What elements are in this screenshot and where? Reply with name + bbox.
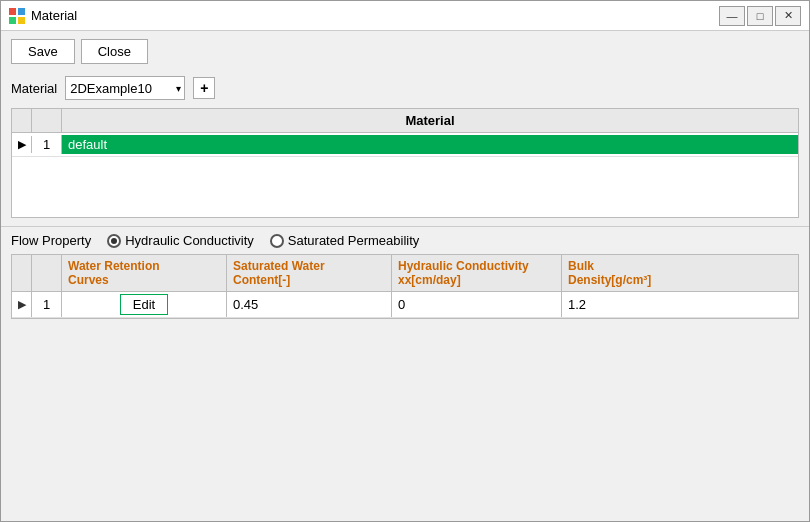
flow-row-num: 1 (32, 292, 62, 317)
svg-rect-0 (9, 8, 16, 15)
header-arrow-spacer (12, 109, 32, 132)
material-select-wrapper: 2DExample10 (65, 76, 185, 100)
flow-row-arrow: ▶ (12, 292, 32, 317)
row-id: 1 (32, 135, 62, 154)
close-window-button[interactable]: ✕ (775, 6, 801, 26)
minimize-button[interactable]: — (719, 6, 745, 26)
edit-wrc-button[interactable]: Edit (120, 294, 168, 315)
material-icon (9, 8, 25, 24)
fth-num-space (32, 255, 62, 291)
flow-property-label: Flow Property (11, 233, 91, 248)
save-button[interactable]: Save (11, 39, 75, 64)
radio-hydraulic-circle (107, 234, 121, 248)
title-bar: Material — □ ✕ (1, 1, 809, 31)
svg-rect-3 (18, 17, 25, 24)
flow-table-header: Water RetentionCurves Saturated WaterCon… (12, 255, 798, 292)
header-num-spacer (32, 109, 62, 132)
materials-table-header: Material (12, 109, 798, 133)
flow-col-header-bd: BulkDensity[g/cm³] (562, 255, 798, 291)
fth-arrow-space (12, 255, 32, 291)
flow-cell-hc: 0 (392, 292, 562, 317)
table-row[interactable]: ▶ 1 default (12, 133, 798, 157)
flow-property-radio-group: Hydraulic Conductivity Saturated Permeab… (107, 233, 419, 248)
radio-saturated-circle (270, 234, 284, 248)
material-selector-label: Material (11, 81, 57, 96)
main-window: Material — □ ✕ Save Close Material 2DExa… (0, 0, 810, 522)
flow-cell-wrc[interactable]: Edit (62, 292, 227, 317)
material-column-header: Material (62, 109, 798, 132)
materials-table: Material ▶ 1 default (11, 108, 799, 218)
maximize-button[interactable]: □ (747, 6, 773, 26)
radio-hydraulic[interactable]: Hydraulic Conductivity (107, 233, 254, 248)
flow-property-table: Water RetentionCurves Saturated WaterCon… (11, 254, 799, 319)
radio-saturated-label: Saturated Permeability (288, 233, 420, 248)
material-selector-row: Material 2DExample10 + (1, 72, 809, 108)
flow-cell-bd: 1.2 (562, 292, 798, 317)
flow-property-header: Flow Property Hydraulic Conductivity Sat… (11, 233, 799, 248)
add-material-button[interactable]: + (193, 77, 215, 99)
flow-property-section: Flow Property Hydraulic Conductivity Sat… (1, 227, 809, 319)
flow-col-header-hc: Hydraulic Conductivityxx[cm/day] (392, 255, 562, 291)
svg-rect-1 (18, 8, 25, 15)
title-bar-left: Material (9, 8, 77, 24)
toolbar: Save Close (1, 31, 809, 72)
flow-cell-swc: 0.45 (227, 292, 392, 317)
svg-rect-2 (9, 17, 16, 24)
flow-table-row: ▶ 1 Edit 0.45 0 1.2 (12, 292, 798, 318)
close-button[interactable]: Close (81, 39, 148, 64)
radio-hydraulic-label: Hydraulic Conductivity (125, 233, 254, 248)
window-title: Material (31, 8, 77, 23)
row-material-name: default (62, 135, 798, 154)
radio-saturated[interactable]: Saturated Permeability (270, 233, 420, 248)
flow-col-header-wrc: Water RetentionCurves (62, 255, 227, 291)
row-arrow: ▶ (12, 136, 32, 153)
bottom-content-area (1, 319, 809, 521)
material-select[interactable]: 2DExample10 (65, 76, 185, 100)
table-empty-space (12, 157, 798, 217)
flow-col-header-swc: Saturated WaterContent[-] (227, 255, 392, 291)
title-bar-buttons: — □ ✕ (719, 6, 801, 26)
